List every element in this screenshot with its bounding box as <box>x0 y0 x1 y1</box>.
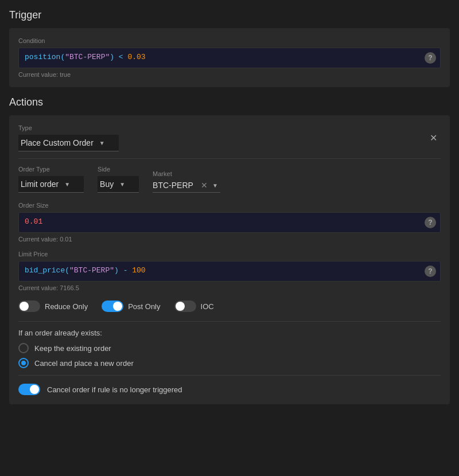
order-type-select-wrapper: Limit order ▼ <box>18 176 84 193</box>
radio-keep-outer <box>18 343 29 353</box>
order-type-dropdown[interactable]: Limit order ▼ <box>18 176 84 193</box>
limit-price-input-wrapper: bid_price("BTC-PERP") - 100 ? <box>18 261 441 282</box>
order-size-section: Order Size 0.01 ? Current value: 0.01 <box>18 202 441 243</box>
order-type-label: Order Type <box>18 166 84 173</box>
close-action-button[interactable]: ✕ <box>426 131 441 145</box>
order-size-input-wrapper: 0.01 ? <box>18 212 441 233</box>
order-type-field: Order Type Limit order ▼ <box>18 166 84 193</box>
condition-help-icon[interactable]: ? <box>425 52 436 64</box>
order-fields-row: Order Type Limit order ▼ Side Buy ▼ <box>18 166 441 193</box>
toggles-row: Reduce Only Post Only IOC <box>18 301 441 312</box>
reduce-only-toggle-item: Reduce Only <box>18 301 88 312</box>
order-size-label: Order Size <box>18 202 441 209</box>
order-size-display[interactable]: 0.01 <box>18 212 441 233</box>
market-clear-button[interactable]: ✕ <box>199 181 210 190</box>
order-size-help-icon[interactable]: ? <box>425 217 436 228</box>
side-dropdown[interactable]: Buy ▼ <box>98 176 139 193</box>
cancel-order-toggle[interactable] <box>18 384 40 395</box>
ioc-toggle[interactable] <box>174 301 196 312</box>
market-label: Market <box>153 170 220 177</box>
condition-label: Condition <box>18 37 441 44</box>
post-only-toggle-item: Post Only <box>102 301 160 312</box>
cancel-order-row: Cancel order if rule is no longer trigge… <box>18 384 441 395</box>
radio-keep-label: Keep the existing order <box>34 344 111 353</box>
market-dropdown-button[interactable]: ▼ <box>210 182 220 189</box>
condition-current-value: Current value: true <box>18 71 441 78</box>
limit-price-display[interactable]: bid_price("BTC-PERP") - 100 <box>18 261 441 282</box>
condition-code-display[interactable]: position("BTC-PERP") < 0.03 <box>18 48 441 68</box>
reduce-only-toggle[interactable] <box>18 301 40 312</box>
limit-price-section: Limit Price bid_price("BTC-PERP") - 100 … <box>18 251 441 291</box>
order-size-current-value: Current value: 0.01 <box>18 236 441 243</box>
limit-price-help-icon[interactable]: ? <box>425 266 436 277</box>
ioc-label: IOC <box>201 302 214 311</box>
page-container: Trigger Condition position("BTC-PERP") <… <box>0 0 459 413</box>
side-field: Side Buy ▼ <box>98 166 139 193</box>
radio-cancel-inner <box>21 361 26 365</box>
type-label: Type <box>18 124 119 131</box>
limit-price-current-value: Current value: 7166.5 <box>18 284 441 291</box>
radio-cancel-item[interactable]: Cancel and place a new order <box>18 358 441 368</box>
action-type-dropdown[interactable]: Place Custom Order ▼ <box>18 135 119 151</box>
radio-cancel-label: Cancel and place a new order <box>34 359 134 368</box>
actions-card: Type Place Custom Order ▼ ✕ Order Type L… <box>9 115 450 404</box>
type-left: Type Place Custom Order ▼ <box>18 124 119 151</box>
toggles-divider <box>18 321 441 322</box>
side-label: Side <box>98 166 139 173</box>
radio-cancel-outer <box>18 358 29 368</box>
post-only-label: Post Only <box>128 302 160 311</box>
ioc-toggle-item: IOC <box>174 301 214 312</box>
trigger-title: Trigger <box>9 9 450 21</box>
order-exists-label: If an order already exists: <box>18 329 441 337</box>
type-divider <box>18 158 441 159</box>
reduce-only-label: Reduce Only <box>45 302 88 311</box>
type-row: Type Place Custom Order ▼ ✕ <box>18 124 441 151</box>
cancel-order-text: Cancel order if rule is no longer trigge… <box>47 385 182 394</box>
condition-input-wrapper: position("BTC-PERP") < 0.03 ? <box>18 48 441 68</box>
market-input-wrapper: BTC-PERP ✕ ▼ <box>153 181 220 193</box>
market-field: Market BTC-PERP ✕ ▼ <box>153 170 220 193</box>
limit-price-label: Limit Price <box>18 251 441 257</box>
action-type-wrapper: Place Custom Order ▼ <box>18 135 119 151</box>
order-exists-section: If an order already exists: Keep the exi… <box>18 329 441 368</box>
trigger-card: Condition position("BTC-PERP") < 0.03 ? … <box>9 28 450 87</box>
radio-divider <box>18 375 441 376</box>
post-only-toggle[interactable] <box>102 301 123 312</box>
actions-title: Actions <box>9 96 450 108</box>
market-value: BTC-PERP <box>153 181 199 190</box>
side-select-wrapper: Buy ▼ <box>98 176 139 193</box>
radio-keep-item[interactable]: Keep the existing order <box>18 343 441 353</box>
